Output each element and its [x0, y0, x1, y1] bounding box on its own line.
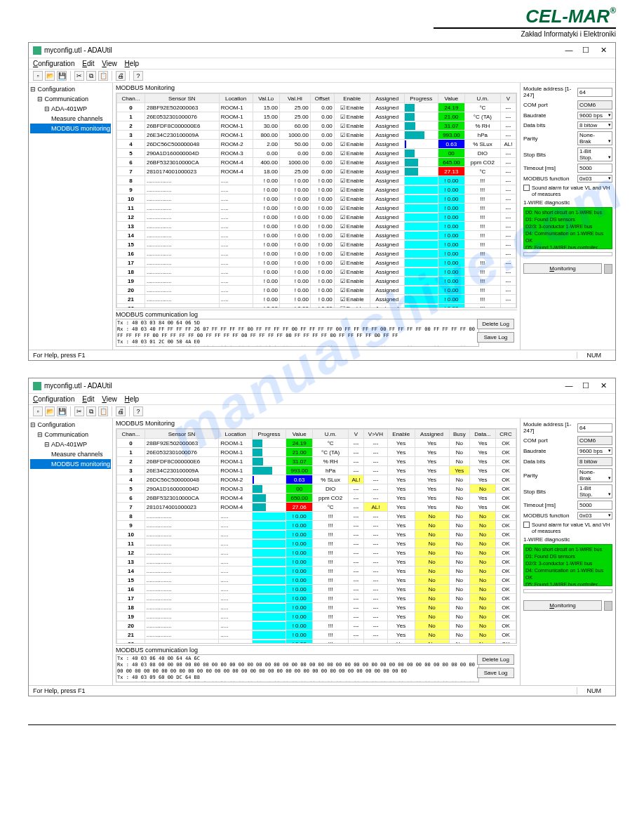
- monitoring-table-1[interactable]: Chan...Sensor SNLocationVal.LoVal.HiOffs…: [116, 93, 517, 308]
- log-textbox[interactable]: Tx : 40 03 06 40 00 64 4A 6CRx : 40 03 0…: [116, 654, 479, 682]
- table-row[interactable]: 226BFDF8C000000E6ROOM-1 31.07% RH ------…: [117, 457, 516, 466]
- column-header[interactable]: V>VH: [364, 430, 388, 439]
- open-icon[interactable]: 📂: [45, 406, 55, 416]
- titlebar[interactable]: myconfig.utl - ADAUtil — ☐ ✕: [29, 378, 615, 394]
- menu-view[interactable]: View: [102, 395, 117, 403]
- table-row[interactable]: 426DC56C500000048ROOM-2 2.0050.000.00 ☑ …: [117, 140, 516, 149]
- column-header[interactable]: Value: [286, 430, 313, 439]
- setting-input[interactable]: 0x03: [577, 512, 612, 519]
- tree-communication[interactable]: ⊟ Communication: [30, 430, 111, 439]
- scrollbar[interactable]: [523, 589, 612, 593]
- column-header[interactable]: Location: [219, 94, 253, 103]
- table-row[interactable]: 5290A1D160000004DROOM-3 0.000.000.00 ☑ E…: [117, 149, 516, 158]
- column-header[interactable]: Val.Lo: [253, 94, 279, 103]
- table-row[interactable]: 9..................... ! 0.00! 0.00! 0.0…: [117, 185, 516, 194]
- column-header[interactable]: Data...: [470, 430, 496, 439]
- new-icon[interactable]: ▫: [33, 406, 43, 416]
- table-row[interactable]: 21..................... ! 0.00! 0.00! 0.…: [117, 295, 516, 304]
- table-row[interactable]: 14..................... ! 0.00!!! ------…: [117, 567, 516, 576]
- column-header[interactable]: Sensor SN: [145, 430, 218, 439]
- print-icon[interactable]: 🖨: [116, 406, 126, 416]
- setting-input[interactable]: 64: [577, 88, 612, 97]
- menu-configuration[interactable]: Configuration: [33, 60, 75, 67]
- setting-input[interactable]: 1-Bit Stop.: [577, 484, 612, 498]
- column-header[interactable]: Enable: [334, 94, 370, 103]
- save-icon[interactable]: 💾: [57, 71, 67, 81]
- table-row[interactable]: 16..................... ! 0.00!!! ------…: [117, 585, 516, 594]
- setting-input[interactable]: None-Brak: [577, 131, 612, 145]
- menu-edit[interactable]: Edit: [82, 395, 94, 403]
- setting-input[interactable]: 8 bitów: [577, 457, 612, 466]
- table-row[interactable]: 8..................... ! 0.00!!! ------ …: [117, 512, 516, 521]
- table-row[interactable]: 15..................... ! 0.00! 0.00! 0.…: [117, 240, 516, 249]
- setting-input[interactable]: COM6: [577, 436, 612, 445]
- column-header[interactable]: Val.Hi: [279, 94, 310, 103]
- menu-configuration[interactable]: Configuration: [33, 395, 75, 403]
- paste-icon[interactable]: 📋: [98, 406, 108, 416]
- column-header[interactable]: V: [500, 94, 516, 103]
- table-row[interactable]: 19..................... ! 0.00! 0.00! 0.…: [117, 277, 516, 286]
- save-log-button[interactable]: Save Log: [477, 332, 514, 343]
- table-row[interactable]: 18..................... ! 0.00!!! ------…: [117, 603, 516, 612]
- open-icon[interactable]: 📂: [45, 71, 55, 81]
- setting-input[interactable]: 0x03: [577, 175, 612, 183]
- menu-view[interactable]: View: [102, 60, 117, 67]
- setting-input[interactable]: 9600 bps: [577, 447, 612, 455]
- table-row[interactable]: 126E0532301000076ROOM-1 21.00°C (TA) ---…: [117, 448, 516, 457]
- table-row[interactable]: 22..................... ! 0.00! 0.00! 0.…: [117, 304, 516, 309]
- table-row[interactable]: 11..................... ! 0.00! 0.00! 0.…: [117, 204, 516, 213]
- table-row[interactable]: 17..................... ! 0.00!!! ------…: [117, 594, 516, 603]
- table-row[interactable]: 326E34C230100009AROOM-1 800.001000.000.0…: [117, 131, 516, 140]
- table-row[interactable]: 426DC56C500000048ROOM-2 0.63% SLux AL!--…: [117, 475, 516, 484]
- table-row[interactable]: 18..................... ! 0.00! 0.00! 0.…: [117, 267, 516, 277]
- column-header[interactable]: Chan...: [117, 94, 145, 103]
- delete-log-button[interactable]: Delete Log: [477, 319, 514, 329]
- tree-configuration[interactable]: ⊟ Configuration: [30, 84, 111, 94]
- print-icon[interactable]: 🖨: [116, 71, 126, 81]
- table-row[interactable]: 11..................... ! 0.00!!! ------…: [117, 539, 516, 548]
- alarm-checkbox[interactable]: [523, 522, 530, 528]
- minimize-button[interactable]: —: [561, 381, 577, 390]
- table-row[interactable]: 15..................... ! 0.00!!! ------…: [117, 576, 516, 585]
- column-header[interactable]: Enable: [387, 430, 415, 439]
- setting-input[interactable]: 1-Bit Stop.: [577, 147, 612, 161]
- minimize-button[interactable]: —: [561, 46, 577, 54]
- column-header[interactable]: Assigned: [370, 94, 404, 103]
- close-button[interactable]: ✕: [596, 381, 611, 390]
- column-header[interactable]: Progress: [253, 430, 286, 439]
- setting-input[interactable]: 8 bitów: [577, 121, 612, 129]
- new-icon[interactable]: ▫: [33, 71, 43, 81]
- table-row[interactable]: 8..................... ! 0.00! 0.00! 0.0…: [117, 176, 516, 185]
- tree-modbus-monitoring[interactable]: MODBUS monitoring: [30, 124, 111, 133]
- setting-input[interactable]: 64: [577, 423, 612, 432]
- table-row[interactable]: 19..................... ! 0.00!!! ------…: [117, 612, 516, 621]
- table-row[interactable]: 12..................... ! 0.00! 0.00! 0.…: [117, 213, 516, 222]
- paste-icon[interactable]: 📋: [98, 71, 108, 81]
- setting-input[interactable]: 9600 bps: [577, 112, 612, 119]
- tree-measure-channels[interactable]: Measure channels: [30, 449, 111, 459]
- table-row[interactable]: 20..................... ! 0.00!!! ------…: [117, 621, 516, 630]
- table-row[interactable]: 21..................... ! 0.00!!! ------…: [117, 630, 516, 640]
- column-header[interactable]: Busy: [449, 430, 469, 439]
- help-icon[interactable]: ?: [133, 406, 143, 416]
- table-row[interactable]: 22..................... ! 0.00!!! ------…: [117, 640, 516, 644]
- table-row[interactable]: 10..................... ! 0.00! 0.00! 0.…: [117, 194, 516, 204]
- table-row[interactable]: 13..................... ! 0.00!!! ------…: [117, 557, 516, 567]
- save-log-button[interactable]: Save Log: [477, 668, 514, 678]
- column-header[interactable]: U.m.: [313, 430, 349, 439]
- table-row[interactable]: 13..................... ! 0.00! 0.00! 0.…: [117, 222, 516, 231]
- setting-input[interactable]: 5000: [577, 164, 612, 173]
- table-row[interactable]: 9..................... ! 0.00!!! ------ …: [117, 521, 516, 530]
- menu-edit[interactable]: Edit: [82, 60, 94, 67]
- cut-icon[interactable]: ✂: [74, 406, 84, 416]
- tree-modbus-monitoring[interactable]: MODBUS monitoring: [30, 459, 111, 469]
- table-row[interactable]: 72810174001000023ROOM-4 18.0025.000.00 ☑…: [117, 167, 516, 176]
- tree-configuration[interactable]: ⊟ Configuration: [30, 420, 111, 430]
- cut-icon[interactable]: ✂: [74, 71, 84, 81]
- tree-ada401wp[interactable]: ⊟ ADA-401WP: [30, 439, 111, 449]
- close-button[interactable]: ✕: [596, 46, 611, 55]
- titlebar[interactable]: myconfig.utl - ADAUtil — ☐ ✕: [29, 43, 615, 58]
- setting-input[interactable]: COM6: [577, 100, 612, 110]
- log-textbox[interactable]: Tx : 40 03 03 84 00 64 06 5DRx : 40 03 4…: [116, 319, 479, 347]
- tree-ada401wp[interactable]: ⊟ ADA-401WP: [30, 104, 111, 114]
